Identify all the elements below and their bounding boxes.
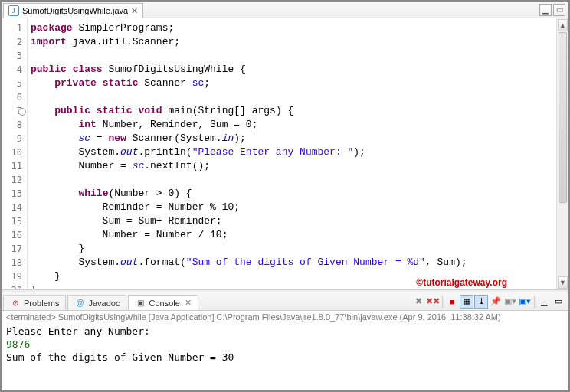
line-number: 20 — [3, 283, 22, 289]
line-gutter: 1 2 3 4 5 6 7 8 9 10 11 12 13 14 15 16 1… — [2, 18, 28, 289]
editor-tab-title: SumofDigitsUsingWhile.java — [22, 6, 128, 15]
separator — [534, 296, 535, 308]
line-number: 11 — [3, 159, 22, 173]
scroll-lock-button[interactable]: ⤓ — [474, 295, 488, 309]
java-file-icon: J — [8, 5, 19, 16]
line-number: 18 — [3, 256, 22, 270]
minimize-view-button[interactable]: ▁ — [539, 4, 552, 16]
line-number: 15 — [3, 214, 22, 228]
line-number: 1 — [3, 21, 22, 35]
close-icon[interactable]: ✕ — [185, 298, 192, 308]
line-number: 8 — [3, 118, 22, 132]
scroll-down-icon[interactable]: ▼ — [558, 276, 568, 289]
line-number: 14 — [3, 201, 22, 214]
tab-console[interactable]: ▣ Console ✕ — [128, 295, 198, 310]
line-number: 13 — [3, 187, 22, 201]
clear-console-button[interactable]: ▦ — [460, 295, 473, 309]
scroll-track[interactable] — [557, 32, 568, 276]
maximize-view-button[interactable]: ▭ — [553, 4, 565, 16]
line-number: 2 — [3, 35, 22, 49]
pin-console-button[interactable]: 📌 — [489, 295, 503, 309]
line-number: 16 — [3, 228, 22, 242]
line-number: 3 — [3, 49, 22, 63]
console-toolbar: ✖ ✖✖ ■ ▦ ⤓ 📌 ▣▾ ▣▾ ▁ ▭ — [411, 292, 568, 310]
display-selected-button[interactable]: ▣▾ — [503, 295, 517, 309]
editor-tab-bar: J SumofDigitsUsingWhile.java ✕ ▁ ▭ — [2, 2, 568, 18]
console-status: <terminated> SumofDigitsUsingWhile [Java… — [2, 311, 568, 323]
open-console-button[interactable]: ▣▾ — [518, 295, 532, 309]
line-number: 17 — [3, 242, 22, 256]
console-output[interactable]: Please Enter any Number: 9876 Sum of the… — [2, 323, 568, 390]
remove-all-button[interactable]: ✖✖ — [426, 295, 440, 309]
line-number: 9 — [3, 132, 22, 145]
editor-tab-active[interactable]: J SumofDigitsUsingWhile.java ✕ — [3, 3, 143, 18]
console-icon: ▣ — [135, 298, 146, 309]
line-number: 12 — [3, 173, 22, 187]
bottom-tab-bar: ⊘ Problems @ Javadoc ▣ Console ✕ ✖ ✖✖ ■ … — [2, 292, 568, 311]
bottom-pane: ⊘ Problems @ Javadoc ▣ Console ✕ ✖ ✖✖ ■ … — [2, 292, 568, 390]
line-number: 7 — [3, 104, 22, 118]
javadoc-icon: @ — [74, 298, 85, 309]
tab-javadoc[interactable]: @ Javadoc — [67, 295, 126, 310]
maximize-button[interactable]: ▭ — [552, 295, 565, 309]
problems-icon: ⊘ — [10, 298, 21, 309]
terminate-button[interactable]: ■ — [445, 295, 459, 309]
remove-launch-button[interactable]: ✖ — [411, 295, 425, 309]
line-number: 19 — [3, 270, 22, 283]
editor-toolbar-right: ▁ ▭ — [539, 4, 568, 16]
tab-problems[interactable]: ⊘ Problems — [3, 295, 66, 310]
line-number: 10 — [3, 145, 22, 159]
minimize-button[interactable]: ▁ — [537, 295, 551, 309]
code-editor[interactable]: package SimplerPrograms; import java.uti… — [28, 18, 556, 289]
scroll-thumb[interactable] — [559, 32, 567, 203]
line-number: 5 — [3, 77, 22, 90]
line-number: 6 — [3, 90, 22, 104]
line-number: 4 — [3, 63, 22, 77]
separator — [442, 296, 443, 308]
vertical-scrollbar[interactable]: ▲ ▼ — [556, 18, 568, 289]
editor-area: 1 2 3 4 5 6 7 8 9 10 11 12 13 14 15 16 1… — [2, 18, 568, 289]
close-icon[interactable]: ✕ — [131, 6, 138, 16]
scroll-up-icon[interactable]: ▲ — [558, 19, 568, 31]
